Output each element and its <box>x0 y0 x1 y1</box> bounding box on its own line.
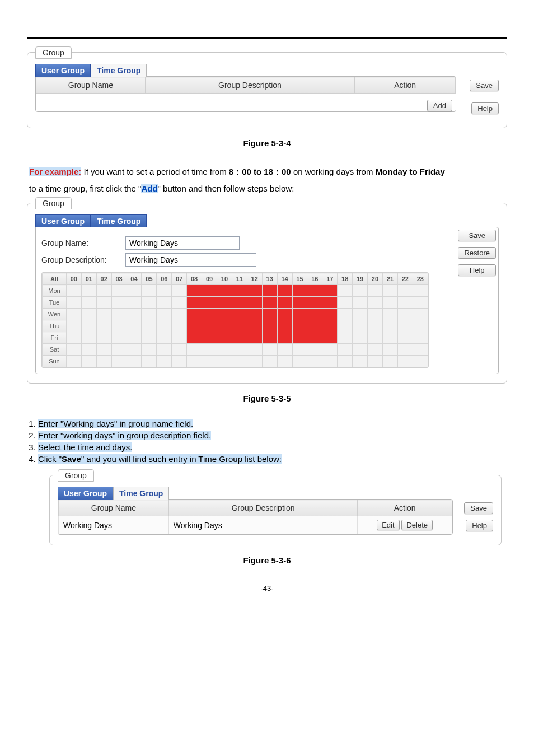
time-cell[interactable] <box>353 320 368 332</box>
time-cell[interactable] <box>338 356 353 367</box>
time-cell[interactable] <box>172 344 187 356</box>
time-cell[interactable] <box>247 344 262 356</box>
time-cell[interactable] <box>81 297 96 309</box>
time-cell[interactable] <box>157 285 172 297</box>
time-cell[interactable] <box>217 285 232 297</box>
time-cell[interactable] <box>66 356 81 367</box>
time-cell[interactable] <box>382 332 397 344</box>
time-cell[interactable] <box>397 285 413 297</box>
time-cell[interactable] <box>127 356 142 367</box>
time-cell[interactable] <box>202 344 217 356</box>
save-button-3[interactable]: Save <box>464 502 493 514</box>
time-cell[interactable] <box>187 320 202 332</box>
time-cell[interactable] <box>413 356 428 367</box>
time-cell[interactable] <box>232 332 247 344</box>
time-cell[interactable] <box>382 309 397 320</box>
time-cell[interactable] <box>307 309 322 320</box>
time-cell[interactable] <box>81 344 96 356</box>
time-cell[interactable] <box>232 309 247 320</box>
time-cell[interactable] <box>66 344 81 356</box>
time-cell[interactable] <box>96 320 111 332</box>
time-cell[interactable] <box>292 285 307 297</box>
time-cell[interactable] <box>292 320 307 332</box>
time-cell[interactable] <box>232 356 247 367</box>
time-cell[interactable] <box>217 344 232 356</box>
time-cell[interactable] <box>172 332 187 344</box>
time-cell[interactable] <box>187 344 202 356</box>
time-cell[interactable] <box>96 344 111 356</box>
tab-time-group-2[interactable]: Time Group <box>91 214 147 227</box>
time-cell[interactable] <box>111 309 127 320</box>
time-cell[interactable] <box>157 344 172 356</box>
help-button[interactable]: Help <box>471 102 499 114</box>
time-cell[interactable] <box>307 344 322 356</box>
time-cell[interactable] <box>307 285 322 297</box>
time-cell[interactable] <box>217 309 232 320</box>
time-cell[interactable] <box>187 309 202 320</box>
time-cell[interactable] <box>157 297 172 309</box>
time-cell[interactable] <box>368 285 383 297</box>
time-cell[interactable] <box>277 320 292 332</box>
time-cell[interactable] <box>217 320 232 332</box>
time-cell[interactable] <box>277 356 292 367</box>
time-cell[interactable] <box>142 309 157 320</box>
time-cell[interactable] <box>96 332 111 344</box>
time-cell[interactable] <box>172 309 187 320</box>
time-cell[interactable] <box>247 285 262 297</box>
time-cell[interactable] <box>397 320 413 332</box>
time-cell[interactable] <box>397 309 413 320</box>
time-cell[interactable] <box>292 344 307 356</box>
time-cell[interactable] <box>338 297 353 309</box>
tab-user-group-2[interactable]: User Group <box>35 214 91 227</box>
time-cell[interactable] <box>232 344 247 356</box>
time-cell[interactable] <box>127 320 142 332</box>
time-cell[interactable] <box>247 320 262 332</box>
tab-user-group-3[interactable]: User Group <box>58 487 113 500</box>
time-cell[interactable] <box>142 356 157 367</box>
time-cell[interactable] <box>247 297 262 309</box>
time-cell[interactable] <box>292 309 307 320</box>
time-cell[interactable] <box>127 344 142 356</box>
time-cell[interactable] <box>202 309 217 320</box>
time-cell[interactable] <box>157 320 172 332</box>
time-cell[interactable] <box>413 297 428 309</box>
time-cell[interactable] <box>111 356 127 367</box>
time-cell[interactable] <box>322 356 338 367</box>
restore-button[interactable]: Restore <box>458 247 496 259</box>
time-cell[interactable] <box>413 320 428 332</box>
time-cell[interactable] <box>368 332 383 344</box>
time-cell[interactable] <box>202 285 217 297</box>
time-cell[interactable] <box>96 297 111 309</box>
add-button[interactable]: Add <box>427 100 452 111</box>
time-cell[interactable] <box>232 297 247 309</box>
time-cell[interactable] <box>262 297 277 309</box>
time-cell[interactable] <box>322 309 338 320</box>
time-cell[interactable] <box>187 285 202 297</box>
time-cell[interactable] <box>292 356 307 367</box>
time-cell[interactable] <box>262 285 277 297</box>
time-cell[interactable] <box>277 285 292 297</box>
time-cell[interactable] <box>368 320 383 332</box>
time-cell[interactable] <box>187 332 202 344</box>
time-cell[interactable] <box>322 320 338 332</box>
time-cell[interactable] <box>368 297 383 309</box>
time-cell[interactable] <box>172 285 187 297</box>
time-cell[interactable] <box>187 297 202 309</box>
time-cell[interactable] <box>66 309 81 320</box>
time-cell[interactable] <box>338 344 353 356</box>
time-cell[interactable] <box>66 332 81 344</box>
time-cell[interactable] <box>111 344 127 356</box>
time-cell[interactable] <box>413 344 428 356</box>
time-cell[interactable] <box>397 297 413 309</box>
group-desc-input[interactable] <box>125 253 256 267</box>
group-name-input[interactable] <box>125 236 240 250</box>
time-cell[interactable] <box>262 344 277 356</box>
time-cell[interactable] <box>247 332 262 344</box>
time-cell[interactable] <box>111 285 127 297</box>
help-button-2[interactable]: Help <box>458 264 496 276</box>
time-cell[interactable] <box>262 356 277 367</box>
time-cell[interactable] <box>172 297 187 309</box>
time-cell[interactable] <box>368 356 383 367</box>
time-cell[interactable] <box>247 356 262 367</box>
time-cell[interactable] <box>111 332 127 344</box>
